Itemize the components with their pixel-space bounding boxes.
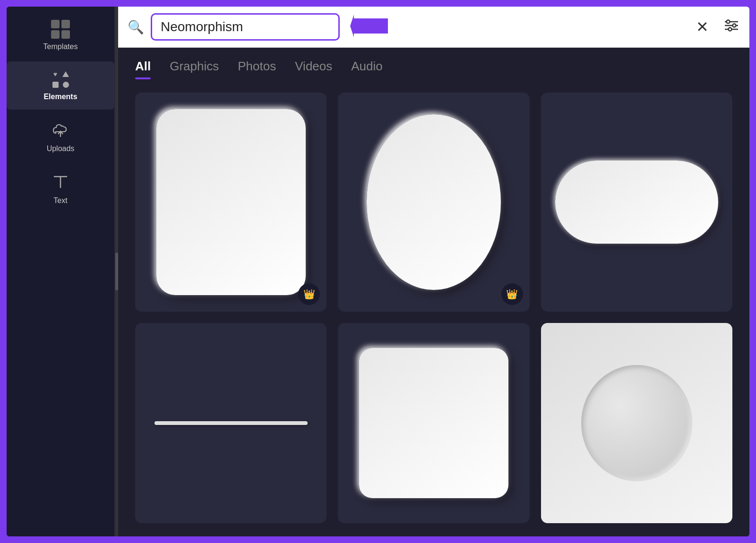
app-container: Templates ♥ Elements Uploads bbox=[4, 4, 752, 539]
sidebar-item-label-templates: Templates bbox=[43, 42, 78, 51]
results-grid: 👑 👑 bbox=[118, 79, 749, 536]
sidebar-item-text[interactable]: Text bbox=[7, 163, 114, 213]
sidebar-item-label-uploads: Uploads bbox=[47, 144, 75, 153]
sidebar-item-templates[interactable]: Templates bbox=[7, 11, 114, 59]
tab-all[interactable]: All bbox=[135, 59, 151, 79]
circle-shape bbox=[63, 82, 69, 88]
tab-videos[interactable]: Videos bbox=[295, 59, 332, 79]
plate-circle bbox=[581, 365, 692, 481]
tab-photos[interactable]: Photos bbox=[238, 59, 276, 79]
neomorph-rounded-rect bbox=[156, 109, 306, 295]
text-icon bbox=[51, 172, 70, 193]
crown-badge-2: 👑 bbox=[501, 283, 523, 305]
square-shape bbox=[52, 82, 59, 88]
grid-item-4[interactable] bbox=[135, 323, 326, 523]
filter-icon[interactable] bbox=[723, 17, 740, 37]
sidebar-item-uploads[interactable]: Uploads bbox=[7, 111, 114, 161]
tab-audio[interactable]: Audio bbox=[351, 59, 383, 79]
neomorph-wide-rect bbox=[359, 348, 508, 498]
grid-item-2[interactable]: 👑 bbox=[338, 93, 529, 312]
search-input[interactable] bbox=[151, 13, 340, 41]
grid-item-3[interactable] bbox=[541, 93, 732, 312]
templates-icon bbox=[51, 20, 70, 39]
grid-item-5[interactable] bbox=[338, 323, 529, 523]
svg-marker-3 bbox=[350, 15, 388, 37]
neomorph-plate bbox=[541, 323, 732, 523]
search-icon: 🔍 bbox=[128, 19, 144, 35]
neomorph-pill bbox=[555, 161, 718, 244]
grid-item-1[interactable]: 👑 bbox=[135, 93, 326, 312]
tabs-row: All Graphics Photos Videos Audio bbox=[118, 48, 749, 79]
tab-graphics[interactable]: Graphics bbox=[170, 59, 219, 79]
arrow-left-icon bbox=[350, 14, 388, 40]
neomorph-circle bbox=[367, 114, 501, 289]
grid-item-6[interactable] bbox=[541, 323, 732, 523]
neomorph-line bbox=[155, 421, 308, 425]
svg-point-9 bbox=[729, 27, 732, 31]
triangle-shape bbox=[62, 71, 69, 77]
sidebar-item-elements[interactable]: ♥ Elements bbox=[7, 61, 114, 110]
main-content: 🔍 ✕ All Gr bbox=[118, 7, 749, 536]
sidebar-item-label-elements: Elements bbox=[43, 93, 77, 101]
svg-point-7 bbox=[727, 20, 730, 23]
elements-icon: ♥ bbox=[51, 70, 70, 89]
close-icon[interactable]: ✕ bbox=[696, 18, 709, 36]
sidebar-item-label-text: Text bbox=[53, 196, 67, 205]
crown-badge-1: 👑 bbox=[298, 283, 320, 305]
heart-shape: ♥ bbox=[53, 70, 57, 78]
search-bar: 🔍 ✕ bbox=[118, 7, 749, 48]
upload-icon bbox=[51, 120, 70, 141]
sidebar: Templates ♥ Elements Uploads bbox=[7, 7, 115, 536]
svg-point-8 bbox=[733, 24, 736, 27]
